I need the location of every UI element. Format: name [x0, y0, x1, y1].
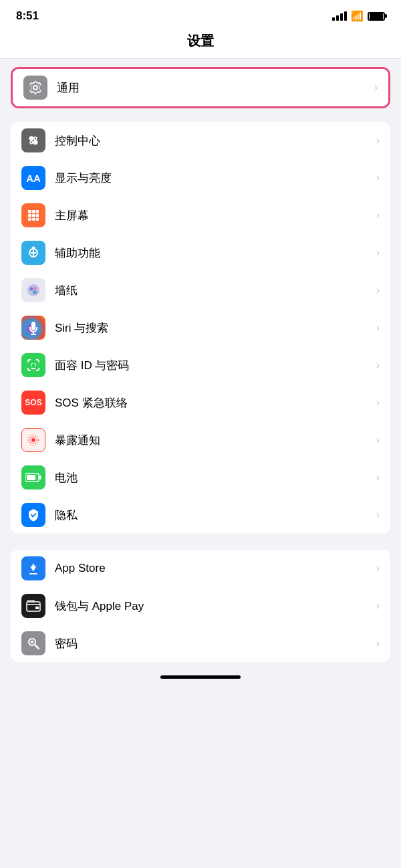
- accessibility-chevron: ›: [376, 247, 380, 259]
- control-center-chevron: ›: [376, 134, 380, 146]
- faceid-chevron: ›: [376, 359, 380, 371]
- settings-item-accessibility[interactable]: 辅助功能 ›: [11, 234, 390, 272]
- svg-point-18: [30, 288, 33, 291]
- general-chevron: ›: [374, 82, 378, 94]
- battery-chevron: ›: [376, 471, 380, 483]
- control-center-label: 控制中心: [55, 133, 374, 148]
- wallpaper-label: 墙纸: [55, 283, 374, 298]
- accessibility-icon: [21, 241, 45, 265]
- section-apps: App Store › 钱包与 Apple Pay › 密码 ›: [11, 550, 390, 662]
- faceid-label: 面容 ID 与密码: [55, 358, 374, 373]
- section-system: 控制中心 › AA 显示与亮度 › 主屏幕 ›: [11, 122, 390, 534]
- settings-item-passwords[interactable]: 密码 ›: [11, 625, 390, 662]
- wallet-label: 钱包与 Apple Pay: [55, 599, 374, 614]
- svg-point-3: [34, 137, 37, 140]
- display-icon: AA: [21, 166, 45, 190]
- svg-rect-10: [28, 218, 31, 221]
- settings-item-general[interactable]: 通用 ›: [13, 69, 388, 106]
- settings-item-control-center[interactable]: 控制中心 ›: [11, 122, 390, 159]
- battery-settings-icon: [21, 465, 45, 490]
- svg-point-2: [30, 141, 33, 144]
- home-screen-chevron: ›: [376, 209, 380, 221]
- svg-point-19: [34, 287, 37, 290]
- home-screen-label: 主屏幕: [55, 208, 374, 223]
- signal-icon: [332, 11, 347, 21]
- svg-rect-12: [36, 218, 39, 221]
- general-label: 通用: [57, 80, 372, 96]
- svg-point-21: [30, 292, 32, 294]
- passwords-label: 密码: [55, 636, 374, 651]
- siri-label: Siri 与搜索: [55, 320, 374, 336]
- svg-rect-6: [36, 210, 39, 213]
- settings-item-wallet[interactable]: 钱包与 Apple Pay ›: [11, 587, 390, 625]
- exposure-icon: [21, 428, 45, 452]
- svg-rect-5: [32, 210, 35, 213]
- svg-line-36: [35, 645, 39, 649]
- wallpaper-chevron: ›: [376, 284, 380, 296]
- wallpaper-icon: [21, 278, 45, 302]
- svg-rect-7: [28, 214, 31, 217]
- svg-rect-23: [31, 334, 36, 335]
- passwords-icon: [21, 631, 45, 655]
- privacy-chevron: ›: [376, 509, 380, 521]
- exposure-label: 暴露通知: [55, 433, 374, 448]
- settings-item-privacy[interactable]: 隐私 ›: [11, 496, 390, 534]
- siri-chevron: ›: [376, 322, 380, 334]
- wallet-icon: [21, 594, 45, 618]
- svg-rect-11: [32, 218, 35, 221]
- settings-item-faceid[interactable]: 面容 ID 与密码 ›: [11, 346, 390, 384]
- battery-icon: [368, 12, 385, 21]
- settings-item-home-screen[interactable]: 主屏幕 ›: [11, 197, 390, 234]
- siri-icon: [21, 316, 45, 340]
- wallet-chevron: ›: [376, 600, 380, 612]
- home-indicator: [160, 675, 241, 679]
- page-title: 设置: [0, 28, 401, 59]
- sos-chevron: ›: [376, 397, 380, 409]
- control-center-icon: [21, 128, 45, 152]
- privacy-icon: [21, 503, 45, 527]
- svg-point-20: [33, 290, 37, 294]
- display-label: 显示与亮度: [55, 171, 374, 186]
- section-general: 通用 ›: [11, 67, 390, 108]
- svg-rect-30: [27, 475, 35, 480]
- status-icons: 📶: [332, 10, 385, 22]
- battery-label: 电池: [55, 470, 374, 485]
- settings-item-battery[interactable]: 电池 ›: [11, 459, 390, 496]
- svg-rect-8: [32, 214, 35, 217]
- home-indicator-area: [0, 662, 401, 684]
- faceid-icon: [21, 353, 45, 377]
- exposure-chevron: ›: [376, 434, 380, 446]
- svg-rect-4: [28, 210, 31, 213]
- svg-rect-9: [36, 214, 39, 217]
- settings-item-siri[interactable]: Siri 与搜索 ›: [11, 309, 390, 346]
- home-screen-icon: [21, 203, 45, 227]
- appstore-icon: [21, 556, 45, 580]
- settings-item-display[interactable]: AA 显示与亮度 ›: [11, 159, 390, 197]
- svg-point-17: [27, 284, 39, 296]
- sos-icon: SOS: [21, 391, 45, 415]
- svg-point-0: [29, 136, 34, 141]
- general-icon: [23, 76, 47, 100]
- svg-point-26: [31, 438, 35, 442]
- passwords-chevron: ›: [376, 637, 380, 649]
- settings-item-wallpaper[interactable]: 墙纸 ›: [11, 272, 390, 309]
- accessibility-label: 辅助功能: [55, 245, 374, 261]
- svg-rect-34: [27, 600, 35, 603]
- status-bar: 8:51 📶: [0, 0, 401, 28]
- appstore-chevron: ›: [376, 562, 380, 574]
- status-time: 8:51: [16, 9, 39, 23]
- appstore-label: App Store: [55, 562, 374, 575]
- privacy-label: 隐私: [55, 508, 374, 523]
- sos-label: SOS 紧急联络: [55, 395, 374, 411]
- svg-rect-33: [35, 607, 39, 609]
- wifi-icon: 📶: [351, 10, 364, 22]
- settings-item-appstore[interactable]: App Store ›: [11, 550, 390, 587]
- svg-rect-31: [39, 475, 41, 479]
- display-chevron: ›: [376, 172, 380, 184]
- svg-point-1: [33, 140, 38, 145]
- settings-item-sos[interactable]: SOS SOS 紧急联络 ›: [11, 384, 390, 421]
- settings-item-exposure[interactable]: 暴露通知 ›: [11, 421, 390, 459]
